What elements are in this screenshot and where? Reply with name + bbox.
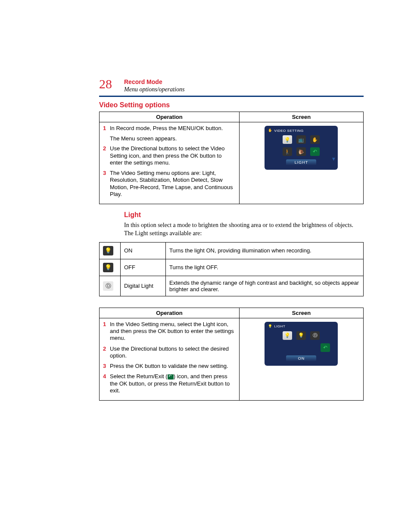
step-number: 1 xyxy=(103,125,110,132)
manual-page: 28 Record Mode Menu options/operations V… xyxy=(0,0,411,426)
step-row: 1 In the Video Setting menu, select the … xyxy=(103,321,236,342)
light-digital-icon: Ⓓ xyxy=(310,331,320,340)
step-text: Select the Return/Exit () icon, and then… xyxy=(110,373,236,394)
step-text: The Video Setting menu options are: Ligh… xyxy=(110,170,236,198)
screen-title-row: 💡 LIGHT xyxy=(268,324,334,329)
chapter-subtitle: Menu options/operations xyxy=(124,86,184,93)
step-number: 2 xyxy=(103,345,110,360)
step-text: In the Video Setting menu, select the Li… xyxy=(110,321,236,342)
option-icon-cell: 💡 xyxy=(100,259,121,276)
light-on-icon: 💡 xyxy=(283,331,292,340)
section-heading: Video Setting options xyxy=(99,101,364,109)
option-name: OFF xyxy=(121,259,166,276)
bulb-digital-icon: Ⓓ xyxy=(103,281,113,291)
icon-row-2: 🚶 🐌 ↶ xyxy=(268,147,334,156)
chapter-title: Record Mode xyxy=(124,78,184,85)
col-header-operation: Operation xyxy=(100,112,240,122)
screen-title-row: ✋ VIDEO SETTING xyxy=(268,128,334,133)
step-row: 4 Select the Return/Exit () icon, and th… xyxy=(103,373,236,394)
camera-screen-light: 💡 LIGHT 💡 💡 Ⓓ ↶ ON xyxy=(265,322,338,366)
bulb-on-icon: 💡 xyxy=(103,246,113,255)
light-operation-table: Operation Screen 1 In the Video Setting … xyxy=(99,308,364,401)
step-text: Press the OK button to validate the new … xyxy=(110,363,228,370)
video-setting-operation-table: Operation Screen 1 In Record mode, Press… xyxy=(99,112,364,204)
slow-motion-icon: 🐌 xyxy=(296,147,306,156)
option-row-off: 💡 OFF Turns the light OFF. xyxy=(100,259,364,276)
operation-cell: 1 In the Video Setting menu, select the … xyxy=(100,318,240,400)
light-intro-text: In this option select a mode to brighten… xyxy=(124,221,364,238)
light-icon: 💡 xyxy=(283,135,292,144)
step-row: 1 In Record mode, Press the MENU/OK butt… xyxy=(103,125,236,132)
screen-cell: 💡 LIGHT 💡 💡 Ⓓ ↶ ON xyxy=(239,318,363,400)
step-number: 3 xyxy=(103,170,110,198)
resolution-icon: 📺 xyxy=(296,135,306,144)
return-icon: ↶ xyxy=(310,147,320,156)
screen-status-bar: LIGHT xyxy=(286,159,316,165)
step-subtext: The Menu screen appears. xyxy=(110,135,236,142)
stabilization-icon: ✋ xyxy=(310,135,320,144)
step-number: 3 xyxy=(103,363,110,370)
option-name: Digital Light xyxy=(121,276,166,296)
scroll-down-icon: ▼ xyxy=(331,156,336,162)
step-row: 2 Use the Directional buttons to select … xyxy=(103,345,236,360)
option-desc: Turns the light OFF. xyxy=(166,259,364,276)
return-icon: ↶ xyxy=(321,343,330,352)
col-header-operation: Operation xyxy=(100,308,240,318)
icon-row-1: 💡 💡 Ⓓ xyxy=(268,331,334,340)
step-text: Use the Directional buttons to select th… xyxy=(110,145,236,166)
motion-detect-icon: 🚶 xyxy=(283,147,292,156)
option-icon-cell: 💡 xyxy=(100,242,121,259)
bulb-off-icon: 💡 xyxy=(103,263,113,272)
option-desc: Extends the dynamic range of high contra… xyxy=(166,276,364,296)
icon-row-1: 💡 📺 ✋ xyxy=(268,135,334,144)
subsection-heading: Light xyxy=(124,211,364,219)
page-number: 28 xyxy=(99,78,112,90)
step-row: 3 The Video Setting menu options are: Li… xyxy=(103,170,236,198)
option-name: ON xyxy=(121,242,166,259)
bulb-icon: 💡 xyxy=(268,324,272,329)
light-options-table: 💡 ON Turns the light ON, providing illum… xyxy=(99,242,364,296)
operation-cell: 1 In Record mode, Press the MENU/OK butt… xyxy=(100,122,240,204)
col-header-screen: Screen xyxy=(239,112,363,122)
light-off-icon: 💡 xyxy=(296,331,306,340)
hand-icon: ✋ xyxy=(268,128,272,133)
option-desc: Turns the light ON, providing illuminati… xyxy=(166,242,364,259)
col-header-screen: Screen xyxy=(239,308,363,318)
header-divider xyxy=(99,96,364,97)
option-row-digital: Ⓓ Digital Light Extends the dynamic rang… xyxy=(100,276,364,296)
step-number: 2 xyxy=(103,145,110,166)
step-row: 2 Use the Directional buttons to select … xyxy=(103,145,236,166)
icon-row-2: ↶ xyxy=(268,343,334,352)
step-text: In Record mode, Press the MENU/OK button… xyxy=(110,125,223,132)
option-row-on: 💡 ON Turns the light ON, providing illum… xyxy=(100,242,364,259)
step-number: 1 xyxy=(103,321,110,342)
header-text: Record Mode Menu options/operations xyxy=(124,78,184,93)
page-header: 28 Record Mode Menu options/operations xyxy=(99,78,364,93)
step-row: 3 Press the OK button to validate the ne… xyxy=(103,363,236,370)
option-icon-cell: Ⓓ xyxy=(100,276,121,296)
screen-status-bar: ON xyxy=(286,355,316,361)
step-text: Use the Directional buttons to select th… xyxy=(110,345,236,360)
step-number: 4 xyxy=(103,373,110,394)
camera-screen-videosetting: ✋ VIDEO SETTING 💡 📺 ✋ 🚶 🐌 ↶ ▼ LIGHT xyxy=(265,126,338,170)
screen-cell: ✋ VIDEO SETTING 💡 📺 ✋ 🚶 🐌 ↶ ▼ LIGHT xyxy=(239,122,363,204)
screen-title-text: LIGHT xyxy=(274,324,285,328)
return-exit-icon xyxy=(168,374,174,380)
screen-title-text: VIDEO SETTING xyxy=(274,129,303,133)
step4-pre: Select the Return/Exit ( xyxy=(110,373,168,380)
